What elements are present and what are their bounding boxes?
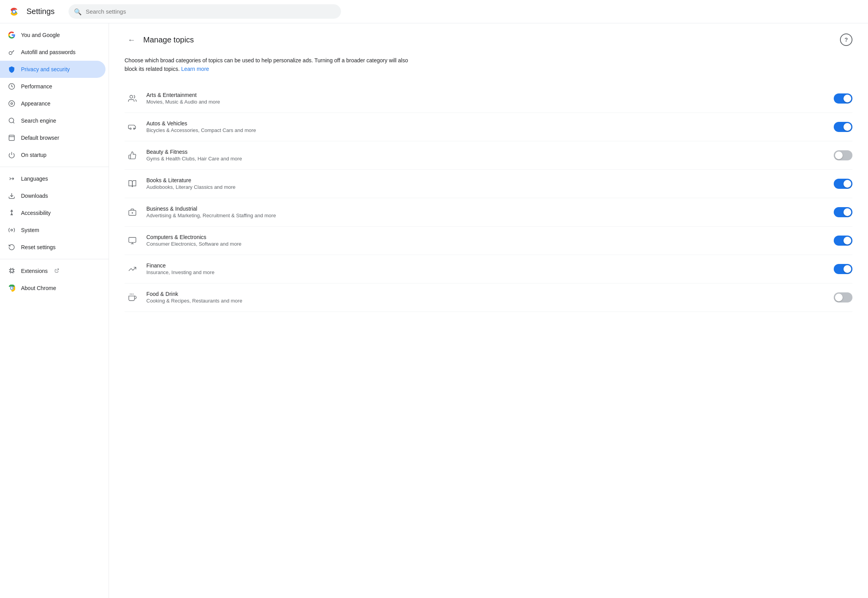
topic-icon-business [125,204,140,220]
topic-item-beauty: Beauty & Fitness Gyms & Health Clubs, Ha… [125,141,852,170]
svg-point-14 [130,128,132,130]
sidebar-label-extensions: Extensions [21,268,47,274]
topic-icon-autos [125,119,140,135]
accessibility-icon [8,209,16,217]
chrome-logo-icon [8,5,20,18]
svg-point-9 [11,210,12,211]
sidebar-item-extensions[interactable]: Extensions [0,262,105,280]
sidebar-label-search-engine: Search engine [21,118,56,124]
topics-list: Arts & Entertainment Movies, Music & Aud… [125,84,852,312]
layout: You and Google Autofill and passwords Pr… [0,23,868,598]
languages-icon [8,175,16,183]
sidebar-label-on-startup: On startup [21,152,46,158]
sidebar-label-about-chrome: About Chrome [21,285,56,291]
svg-point-6 [9,118,14,123]
sidebar-label-you-and-google: You and Google [21,32,60,38]
sidebar-item-you-and-google[interactable]: You and Google [0,26,105,44]
sidebar-item-languages[interactable]: Languages [0,170,105,187]
topic-icon-arts [125,91,140,106]
sidebar: You and Google Autofill and passwords Pr… [0,23,109,598]
back-button[interactable]: ← [125,33,139,47]
topic-item-food: Food & Drink Cooking & Recipes, Restaura… [125,283,852,312]
performance-icon [8,83,16,90]
sidebar-divider-1 [0,167,109,167]
sidebar-label-downloads: Downloads [21,193,48,199]
topic-name-business: Business & Industrial [146,206,828,212]
sidebar-divider-2 [0,259,109,259]
sidebar-item-about-chrome[interactable]: About Chrome [0,280,105,297]
svg-point-13 [130,95,133,98]
sidebar-item-downloads[interactable]: Downloads [0,187,105,204]
sidebar-item-privacy[interactable]: Privacy and security [0,61,105,78]
topic-text-computers: Computers & Electronics Consumer Electro… [146,234,828,247]
sidebar-item-appearance[interactable]: Appearance [0,95,105,112]
svg-point-5 [11,103,13,105]
toggle-computers[interactable] [834,236,852,246]
svg-point-2 [13,11,15,13]
toggle-autos[interactable] [834,122,852,132]
help-button[interactable]: ? [840,33,852,46]
sidebar-label-languages: Languages [21,176,48,182]
sidebar-label-default-browser: Default browser [21,135,59,141]
reset-icon [8,243,16,251]
svg-rect-7 [9,135,14,141]
search-bar: 🔍 [69,4,341,19]
topic-text-books: Books & Literature Audiobooks, Literary … [146,177,828,190]
topic-icon-computers [125,233,140,248]
sidebar-label-system: System [21,227,39,233]
topic-icon-beauty [125,148,140,163]
topic-text-business: Business & Industrial Advertising & Mark… [146,206,828,218]
topic-item-business: Business & Industrial Advertising & Mark… [125,198,852,227]
sidebar-label-privacy: Privacy and security [21,66,70,72]
appearance-icon [8,100,16,107]
search-icon: 🔍 [74,8,82,15]
toggle-business[interactable] [834,207,852,217]
sidebar-item-search-engine[interactable]: Search engine [0,112,105,129]
topic-item-finance: Finance Insurance, Investing and more [125,255,852,283]
topic-text-food: Food & Drink Cooking & Recipes, Restaura… [146,291,828,304]
sidebar-label-accessibility: Accessibility [21,210,51,216]
topic-item-computers: Computers & Electronics Consumer Electro… [125,227,852,255]
key-icon [8,48,16,56]
toggle-beauty[interactable] [834,150,852,160]
search-input[interactable] [69,4,341,19]
sidebar-item-reset[interactable]: Reset settings [0,239,105,256]
topic-sub-food: Cooking & Recipes, Restaurants and more [146,298,828,304]
topic-text-arts: Arts & Entertainment Movies, Music & Aud… [146,92,828,105]
sidebar-label-reset: Reset settings [21,244,56,250]
toggle-food[interactable] [834,292,852,303]
sidebar-item-accessibility[interactable]: Accessibility [0,204,105,222]
sidebar-item-system[interactable]: System [0,222,105,239]
extensions-icon [8,267,16,275]
topic-name-books: Books & Literature [146,177,828,183]
system-icon [8,226,16,234]
topic-icon-food [125,290,140,305]
topic-name-food: Food & Drink [146,291,828,297]
sidebar-item-performance[interactable]: Performance [0,78,105,95]
topic-sub-finance: Insurance, Investing and more [146,269,828,275]
search-engine-icon [8,117,16,125]
topic-text-autos: Autos & Vehicles Bicycles & Accessories,… [146,120,828,133]
downloads-icon [8,192,16,200]
sidebar-label-autofill: Autofill and passwords [21,49,76,55]
topic-icon-finance [125,261,140,277]
sidebar-item-default-browser[interactable]: Default browser [0,129,105,146]
toggle-arts[interactable] [834,93,852,104]
topic-name-computers: Computers & Electronics [146,234,828,240]
topic-name-finance: Finance [146,262,828,269]
sidebar-label-appearance: Appearance [21,100,51,107]
chrome-icon [8,284,16,292]
toggle-finance[interactable] [834,264,852,274]
toggle-books[interactable] [834,179,852,189]
topic-sub-beauty: Gyms & Health Clubs, Hair Care and more [146,156,828,162]
topic-name-beauty: Beauty & Fitness [146,149,828,155]
external-link-icon [54,268,59,274]
topic-item-autos: Autos & Vehicles Bicycles & Accessories,… [125,113,852,141]
topic-text-beauty: Beauty & Fitness Gyms & Health Clubs, Ha… [146,149,828,162]
shield-icon [8,65,16,73]
sidebar-item-autofill[interactable]: Autofill and passwords [0,44,105,61]
topic-sub-books: Audiobooks, Literary Classics and more [146,184,828,190]
sidebar-item-on-startup[interactable]: On startup [0,146,105,164]
sidebar-label-performance: Performance [21,83,52,90]
learn-more-link[interactable]: Learn more [181,66,209,72]
